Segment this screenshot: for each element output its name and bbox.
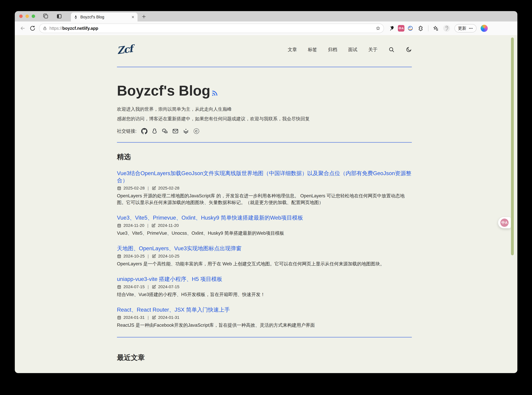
bookmark-star-icon[interactable] <box>376 26 380 31</box>
globe-extension-icon[interactable] <box>407 25 414 32</box>
post-title-link[interactable]: uniapp-vue3-vite 搭建小程序、H5 项目模板 <box>117 276 222 283</box>
tab-strip: Boyzcf's Blog <box>15 11 517 22</box>
post-title-link[interactable]: Vue3、Vite5、Primevue、Oxlint、Husky9 简单快速搭建… <box>117 214 303 221</box>
edit-icon <box>152 186 156 190</box>
nav-item-tags[interactable]: 标签 <box>308 47 317 53</box>
update-button[interactable]: 更新 ••• <box>454 24 477 33</box>
post-date-updated: 2024-07-15 <box>158 285 179 289</box>
site-favicon <box>74 15 78 19</box>
edit-icon <box>152 285 156 289</box>
post-date-created: 2025-02-28 <box>124 186 145 191</box>
url-host: boyzcf.netlify.app <box>62 26 98 31</box>
profile-avatar[interactable] <box>443 25 450 32</box>
post-date-created: 2024-07-15 <box>124 285 145 289</box>
back-icon[interactable] <box>19 24 27 33</box>
translate-bubble-icon: 中A <box>500 219 509 227</box>
close-window-button[interactable] <box>19 15 23 18</box>
extensions-puzzle-icon[interactable] <box>417 25 424 32</box>
zoom-window-button[interactable] <box>32 15 35 18</box>
post-date-updated: 2024-11-20 <box>158 223 179 228</box>
lock-icon <box>43 26 47 31</box>
meta-separator: | <box>148 315 149 320</box>
tab-title: Boyzcf's Blog <box>80 15 129 19</box>
hero-divider <box>117 142 412 143</box>
page-translate-button[interactable]: 中A <box>498 217 511 228</box>
post-title-link[interactable]: 天地图、OpenLayers、Vue3实现地图标点出现弹窗 <box>117 245 242 252</box>
post-item: 天地图、OpenLayers、Vue3实现地图标点出现弹窗 2024-10-25… <box>117 245 412 267</box>
favorites-hub-icon[interactable] <box>433 25 439 32</box>
screenshot-stage: Boyzcf's Blog <box>0 0 532 395</box>
social-label: 社交链接: <box>117 128 137 134</box>
post-item: Vue3结合OpenLayers加载GeoJson文件实现离线版世界地图（中国详… <box>117 170 412 206</box>
browser-window: Boyzcf's Blog <box>15 11 517 373</box>
post-description: OpenLayers 是一个高性能、功能丰富的库，用于在 Web 上创建交互式地… <box>117 261 412 267</box>
meta-separator: | <box>148 186 149 191</box>
post-date-updated: 2024-10-25 <box>158 254 179 258</box>
post-item: React、React Router、JSX 简单入门快速上手 2024-01-… <box>117 306 412 329</box>
post-meta: 2025-02-28 | 2025-02-28 <box>117 186 412 191</box>
edit-icon <box>151 223 156 228</box>
scrollbar-thumb[interactable] <box>511 38 514 255</box>
rss-icon[interactable] <box>211 90 218 97</box>
nav-item-about[interactable]: 关于 <box>368 47 377 53</box>
post-description: Vue3、Vite5、PrimeVue、Unocss、Oxlint、Husky9… <box>117 230 412 237</box>
meta-separator: | <box>147 223 148 228</box>
site-header: Zcf 文章 标签 归档 面试 关于 <box>117 39 412 60</box>
tab-overview-icon[interactable] <box>43 13 49 19</box>
edit-icon <box>152 315 156 320</box>
meta-separator: | <box>148 285 149 289</box>
page-viewport: Zcf 文章 标签 归档 面试 关于 <box>15 35 517 373</box>
post-description: ReactJS 是一种由Facebook开发的JavaScript库，旨在提供一… <box>117 322 412 329</box>
qq-icon[interactable] <box>151 128 158 134</box>
svg-text:C: C <box>195 129 198 133</box>
page-content: Zcf 文章 标签 归档 面试 关于 <box>117 35 412 362</box>
nav-item-archive[interactable]: 归档 <box>328 47 337 53</box>
c-badge-icon[interactable]: C <box>193 128 200 134</box>
nav-item-articles[interactable]: 文章 <box>288 47 297 53</box>
featured-posts: Vue3结合OpenLayers加载GeoJson文件实现离线版世界地图（中国详… <box>117 170 412 329</box>
copilot-icon[interactable] <box>481 25 488 32</box>
calendar-icon <box>117 223 121 228</box>
post-meta: 2024-10-25 | 2024-10-25 <box>117 254 412 258</box>
minimize-window-button[interactable] <box>26 15 29 18</box>
search-icon[interactable] <box>388 47 395 53</box>
email-icon[interactable] <box>172 128 179 134</box>
address-bar[interactable]: https://boyzcf.netlify.app <box>39 24 384 33</box>
meta-separator: | <box>148 254 149 258</box>
more-menu-icon[interactable]: ••• <box>469 27 473 30</box>
blog-title: Boyzcf's Blog <box>117 83 412 98</box>
post-meta: 2024-07-15 | 2024-07-15 <box>117 285 412 289</box>
post-date-created: 2024-10-25 <box>124 254 145 258</box>
sidebar-toggle-icon[interactable] <box>56 13 62 19</box>
dark-mode-toggle-icon[interactable] <box>406 47 412 53</box>
post-title-link[interactable]: React、React Router、JSX 简单入门快速上手 <box>117 306 230 313</box>
traffic-lights <box>19 15 35 18</box>
github-icon[interactable] <box>141 128 147 134</box>
post-date-updated: 2025-02-28 <box>158 186 179 191</box>
post-description: 结合Vite、Vue3搭建的小程序、H5开发模板，旨在开箱即用、快速开发！ <box>117 291 412 298</box>
pin-extension-icon[interactable] <box>389 25 395 32</box>
refresh-icon[interactable] <box>28 24 37 33</box>
post-date-created: 2024-11-20 <box>124 223 144 228</box>
active-tab[interactable]: Boyzcf's Blog <box>71 13 138 22</box>
toolbar-divider <box>428 25 428 31</box>
close-tab-icon[interactable] <box>131 15 135 19</box>
calendar-icon <box>117 285 121 289</box>
post-description: OpenLayers 开源的处理二维地图的JavaScript库 的，开发旨在进… <box>117 193 412 206</box>
post-date-created: 2024-01-31 <box>124 315 145 320</box>
post-title-link[interactable]: Vue3结合OpenLayers加载GeoJson文件实现离线版世界地图（中国详… <box>117 170 412 184</box>
translate-extension-icon[interactable]: 中A <box>398 25 404 32</box>
intro-line-2: 感谢您的访问，博客还在重新搭建中，如果您有任何问题或建议，欢迎与我联系，我会尽快… <box>117 116 412 121</box>
juejin-icon[interactable] <box>183 128 189 134</box>
site-logo[interactable]: Zcf <box>116 43 133 56</box>
post-item: Vue3、Vite5、Primevue、Oxlint、Husky9 简单快速搭建… <box>117 214 412 237</box>
main-nav: 文章 标签 归档 面试 关于 <box>288 47 412 53</box>
wechat-icon[interactable] <box>162 128 168 134</box>
calendar-icon <box>117 186 121 190</box>
recent-heading: 最近文章 <box>117 353 412 362</box>
nav-item-interview[interactable]: 面试 <box>348 47 357 53</box>
blog-title-text: Boyzcf's Blog <box>117 83 210 98</box>
post-meta: 2024-01-31 | 2024-01-31 <box>117 315 412 320</box>
url-scheme: https:// <box>49 26 62 31</box>
new-tab-button[interactable] <box>141 14 146 19</box>
